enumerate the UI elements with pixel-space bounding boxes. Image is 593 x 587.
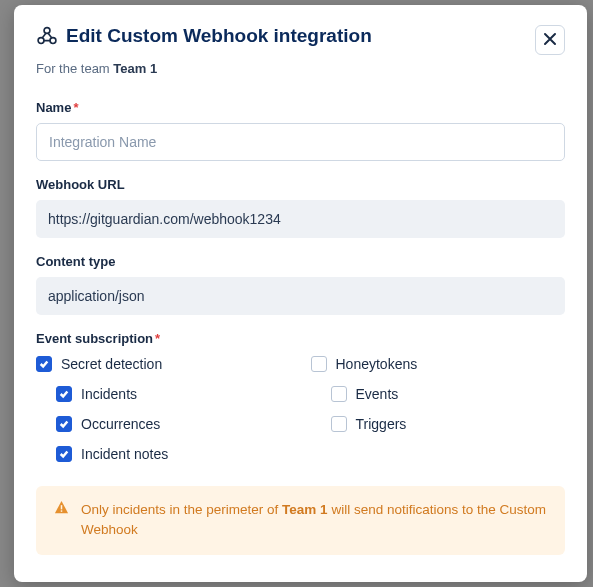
checkbox-label: Events xyxy=(356,386,399,402)
warning-icon xyxy=(54,500,69,515)
event-label-text: Event subscription xyxy=(36,331,153,346)
checkbox-label: Honeytokens xyxy=(336,356,418,372)
event-col-honeytokens: Honeytokens Events Triggers xyxy=(311,356,566,476)
subtitle-team: Team 1 xyxy=(113,61,157,76)
svg-point-1 xyxy=(38,38,44,44)
svg-rect-3 xyxy=(61,505,63,509)
svg-rect-4 xyxy=(61,510,63,512)
checkbox-icon xyxy=(56,386,72,402)
svg-point-2 xyxy=(50,38,56,44)
modal-subtitle: For the team Team 1 xyxy=(36,61,565,76)
event-subscription-label: Event subscription* xyxy=(36,331,565,346)
close-button[interactable] xyxy=(535,25,565,55)
checkbox-incident-notes[interactable]: Incident notes xyxy=(36,446,291,462)
subtitle-prefix: For the team xyxy=(36,61,113,76)
checkbox-icon xyxy=(56,446,72,462)
checkbox-icon xyxy=(56,416,72,432)
name-label: Name* xyxy=(36,100,565,115)
alert-box: Only incidents in the perimeter of Team … xyxy=(36,486,565,555)
webhook-url-field-group: Webhook URL https://gitguardian.com/webh… xyxy=(36,177,565,238)
checkbox-secret-detection[interactable]: Secret detection xyxy=(36,356,291,372)
checkbox-icon xyxy=(331,386,347,402)
alert-prefix: Only incidents in the perimeter of xyxy=(81,502,282,517)
checkbox-icon xyxy=(36,356,52,372)
name-input[interactable] xyxy=(36,123,565,161)
modal-header: Edit Custom Webhook integration xyxy=(36,25,565,55)
webhook-url-label: Webhook URL xyxy=(36,177,565,192)
content-type-field-group: Content type application/json xyxy=(36,254,565,315)
name-field-group: Name* xyxy=(36,100,565,161)
checkbox-icon xyxy=(311,356,327,372)
checkbox-icon xyxy=(331,416,347,432)
edit-webhook-modal: Edit Custom Webhook integration For the … xyxy=(14,5,587,582)
content-type-value: application/json xyxy=(36,277,565,315)
close-icon xyxy=(543,32,557,49)
required-asterisk: * xyxy=(155,331,160,346)
checkbox-label: Occurrences xyxy=(81,416,160,432)
form: Name* Webhook URL https://gitguardian.co… xyxy=(36,100,565,582)
alert-team: Team 1 xyxy=(282,502,328,517)
webhook-url-value: https://gitguardian.com/webhook1234 xyxy=(36,200,565,238)
checkbox-honeytokens[interactable]: Honeytokens xyxy=(311,356,566,372)
checkbox-occurrences[interactable]: Occurrences xyxy=(36,416,291,432)
content-type-label: Content type xyxy=(36,254,565,269)
checkbox-triggers[interactable]: Triggers xyxy=(311,416,566,432)
checkbox-label: Incidents xyxy=(81,386,137,402)
name-label-text: Name xyxy=(36,100,71,115)
checkbox-label: Triggers xyxy=(356,416,407,432)
checkbox-events[interactable]: Events xyxy=(311,386,566,402)
alert-text: Only incidents in the perimeter of Team … xyxy=(81,500,547,541)
required-asterisk: * xyxy=(73,100,78,115)
event-columns: Secret detection Incidents Occurrences I… xyxy=(36,356,565,476)
checkbox-label: Incident notes xyxy=(81,446,168,462)
event-col-secret-detection: Secret detection Incidents Occurrences I… xyxy=(36,356,291,476)
event-subscription-section: Event subscription* Secret detection Inc… xyxy=(36,331,565,476)
modal-title: Edit Custom Webhook integration xyxy=(66,25,372,47)
checkbox-label: Secret detection xyxy=(61,356,162,372)
title-wrap: Edit Custom Webhook integration xyxy=(36,25,372,47)
svg-point-0 xyxy=(44,28,50,34)
checkbox-incidents[interactable]: Incidents xyxy=(36,386,291,402)
webhook-icon xyxy=(36,25,58,47)
